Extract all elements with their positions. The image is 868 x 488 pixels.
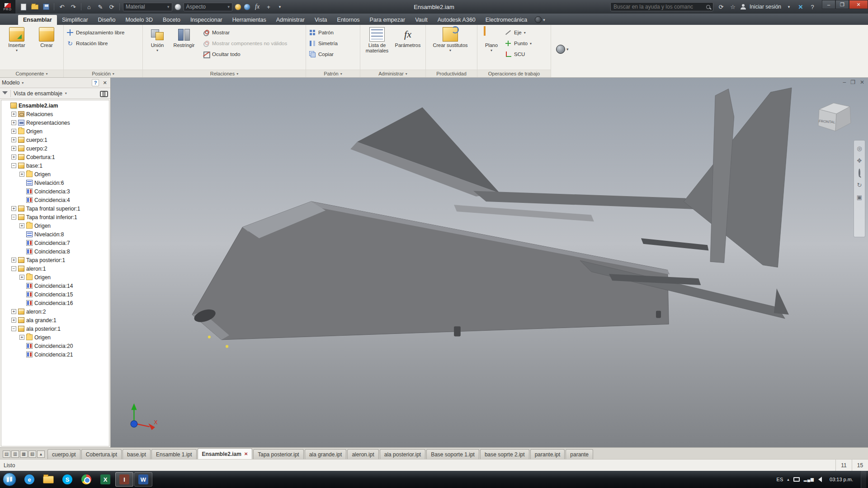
tree-expander-icon[interactable]: + — [11, 146, 16, 151]
ribbon-tab-herramientas[interactable]: Herramientas — [227, 15, 271, 25]
help-icon[interactable]: ? — [808, 4, 816, 10]
panel-footer-productividad[interactable]: Productividad — [426, 70, 477, 77]
inventor-app-button[interactable]: PRO — [0, 0, 15, 14]
taskbar-icon-excel[interactable]: X — [96, 472, 114, 487]
taskbar-icon-skype[interactable]: S — [58, 472, 76, 487]
ribbon-tab-ensamblar[interactable]: Ensamblar — [18, 15, 57, 25]
tree-item[interactable]: +aleron:2 — [1, 307, 109, 316]
new-file-button[interactable] — [19, 2, 28, 11]
undo-button[interactable]: ↶ — [57, 2, 66, 11]
document-tab-ala-posterior-ipt[interactable]: ala posterior.ipt — [380, 449, 425, 459]
show-desktop-button[interactable] — [861, 471, 866, 488]
doc-close-icon[interactable]: ✕ — [860, 79, 864, 85]
copiar-button[interactable]: Copiar — [309, 50, 338, 59]
tabs-expand-button[interactable]: ▴ — [37, 450, 45, 458]
tree-expander-icon[interactable]: + — [11, 206, 16, 211]
ribbon-tab-entornos[interactable]: Entornos — [332, 15, 365, 25]
chevron-down-icon[interactable]: ▾ — [22, 81, 24, 85]
document-tab-ensamble-1-ipt[interactable]: Ensamble 1.ipt — [151, 449, 196, 459]
tree-item[interactable]: Nivelación:6 — [1, 178, 109, 187]
document-tab-aleron-ipt[interactable]: aleron.ipt — [347, 449, 378, 459]
user-icon[interactable] — [741, 4, 746, 9]
parameters-fx-button[interactable]: fx — [253, 2, 262, 11]
ribbon-tab-simplificar[interactable]: Simplificar — [57, 15, 93, 25]
mostrar-button[interactable]: Mostrar — [203, 28, 287, 37]
tree-expander-icon[interactable]: + — [11, 120, 16, 125]
tree-item[interactable]: +Origen — [1, 170, 109, 178]
tree-expander-icon[interactable]: + — [11, 318, 16, 323]
browser-help-icon[interactable]: ? — [92, 79, 99, 86]
tree-item[interactable]: +Cobertura:1 — [1, 153, 109, 161]
crear-button[interactable]: Crear — [32, 26, 61, 48]
tree-item[interactable]: +Relaciones — [1, 110, 109, 118]
arrange-tile-button[interactable]: ▤ — [3, 450, 10, 458]
ribbon-tab-diseño[interactable]: Diseño — [93, 15, 121, 25]
home-button[interactable]: ⌂ — [85, 2, 94, 11]
update-button[interactable]: ⟳ — [107, 2, 116, 11]
panel-footer-componente[interactable]: Componente ▾ — [0, 70, 63, 77]
toolbar-options-chevron[interactable]: ▾ — [275, 2, 284, 11]
doc-restore-icon[interactable]: ❐ — [850, 79, 855, 85]
maximize-button[interactable]: ❐ — [835, 0, 849, 9]
panel-footer-relaciones[interactable]: Relaciones ▾ — [143, 70, 306, 77]
plano-button[interactable]: Plano ▾ — [479, 26, 504, 52]
view-selector[interactable]: Vista de ensamblaje — [14, 90, 62, 97]
browser-title[interactable]: Modelo — [2, 80, 19, 86]
clock[interactable]: 03:13 p.m. — [826, 477, 857, 482]
sync-icon[interactable]: ⟳ — [717, 4, 725, 10]
taskbar-icon-chrome[interactable] — [77, 472, 95, 487]
zoom-icon[interactable] — [855, 169, 863, 176]
tree-item[interactable]: +ala grande:1 — [1, 316, 109, 324]
ribbon-tab-boceto[interactable]: Boceto — [158, 15, 185, 25]
tree-expander-icon[interactable]: − — [11, 215, 16, 220]
tree-expander-icon[interactable]: + — [19, 223, 24, 228]
show-hidden-icons-button[interactable]: ▴ — [787, 477, 789, 482]
document-tab-base-ipt[interactable]: base.ipt — [123, 449, 151, 459]
panel-footer-administrar[interactable]: Administrar ▾ — [360, 70, 425, 77]
aspecto-dropdown[interactable]: Aspecto ▾ — [184, 3, 233, 11]
open-file-button[interactable] — [30, 2, 39, 11]
eje-button[interactable]: Eje ▾ — [505, 28, 532, 37]
arrange-cascade-button[interactable]: ▧ — [28, 450, 36, 458]
search-icon[interactable] — [706, 5, 710, 9]
tree-item[interactable]: Coincidencia:20 — [1, 342, 109, 350]
tree-item[interactable]: −base:1 — [1, 161, 109, 170]
redo-button[interactable]: ↷ — [69, 2, 78, 11]
tree-item[interactable]: Coincidencia:8 — [1, 247, 109, 256]
airplane-tail-fin-right[interactable] — [684, 88, 792, 267]
tree-item[interactable]: +Origen — [1, 127, 109, 136]
document-tab-tapa-posterior-ipt[interactable]: Tapa posterior.ipt — [253, 449, 303, 459]
ribbon-tab-electromecánica[interactable]: Electromecánica — [481, 15, 532, 25]
viewport-3d[interactable]: X – ❐ ✕ FRONTAL ◎ ✥ ↻ — [111, 78, 868, 447]
tree-item[interactable]: +Origen — [1, 273, 109, 282]
punto-button[interactable]: Punto ▾ — [505, 39, 532, 48]
tree-item[interactable]: Coincidencia:4 — [1, 196, 109, 204]
arrange-horizontal-button[interactable]: ▦ — [20, 450, 28, 458]
simetria-button[interactable]: Simetría — [309, 39, 338, 48]
material-dropdown[interactable]: Material ▾ — [123, 3, 172, 11]
taskbar-icon-word[interactable]: W — [134, 472, 152, 487]
union-button[interactable]: Unión ▾ — [145, 26, 170, 52]
tree-item[interactable]: +Origen — [1, 221, 109, 230]
find-binoculars-icon[interactable] — [100, 91, 108, 96]
taskbar-icon-inventor[interactable]: I — [115, 472, 133, 487]
ocultar-todo-button[interactable]: Ocultar todo — [203, 50, 287, 59]
panel-footer-posicion[interactable]: Posición ▾ — [64, 70, 142, 77]
tree-item[interactable]: Ensamble2.iam — [1, 101, 109, 110]
tree-item[interactable]: Coincidencia:7 — [1, 239, 109, 247]
document-tab-cobertura-ipt[interactable]: Cobertura.ipt — [81, 449, 122, 459]
airplane-model[interactable] — [192, 88, 792, 348]
tree-item[interactable]: +Origen — [1, 333, 109, 342]
taskbar-icon-file-explorer[interactable] — [39, 472, 57, 487]
search-input[interactable] — [613, 4, 703, 10]
ribbon-tab-para-empezar[interactable]: Para empezar — [365, 15, 410, 25]
tree-item[interactable]: +Tapa posterior:1 — [1, 256, 109, 264]
restringir-button[interactable]: Restringir — [170, 26, 198, 48]
tree-item[interactable]: −ala posterior:1 — [1, 324, 109, 333]
look-at-icon[interactable]: ▣ — [855, 194, 863, 201]
tree-expander-icon[interactable]: − — [11, 266, 16, 271]
desplazamiento-libre-button[interactable]: Desplazamiento libre — [66, 28, 124, 37]
tree-expander-icon[interactable]: − — [11, 163, 16, 168]
scu-button[interactable]: SCU — [505, 50, 532, 59]
airplane-main-wing[interactable] — [473, 191, 698, 209]
